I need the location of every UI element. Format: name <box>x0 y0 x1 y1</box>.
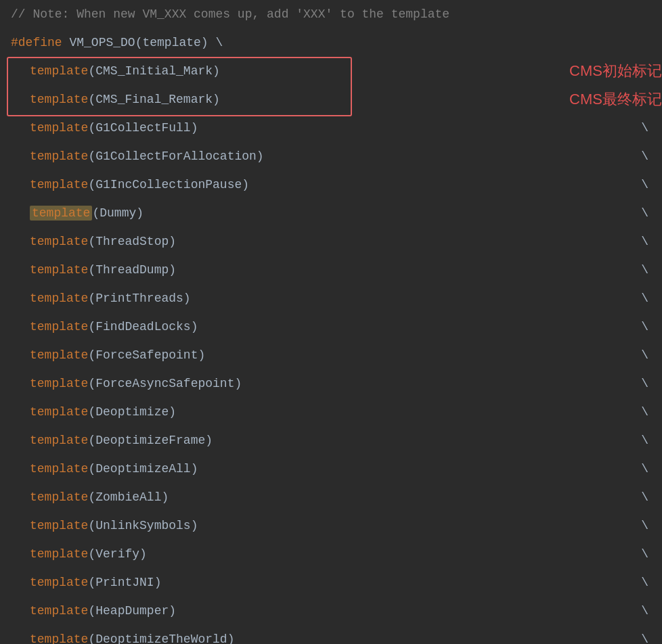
code-line-print-threads: template(PrintThreads) \ <box>0 284 662 313</box>
code-line-cms-final: template(CMS_Final_Remark) <box>0 85 662 114</box>
backslash-5: \ <box>641 178 648 191</box>
template-keyword-20: template <box>30 632 88 644</box>
template-arg-6: (ThreadStop) <box>88 235 176 248</box>
template-arg-11: (ForceAsyncSafepoint) <box>88 377 242 390</box>
code-line-deoptimize: template(Deoptimize) \ <box>0 398 662 426</box>
code-line-verify: template(Verify) \ <box>0 540 662 568</box>
backslash-15: \ <box>641 490 648 504</box>
template-keyword-14: template <box>30 462 88 476</box>
backslash-4: \ <box>641 150 648 163</box>
template-keyword-3: template <box>30 121 88 135</box>
template-arg-dummy: (Dummy) <box>92 206 144 220</box>
backslash-9: \ <box>641 320 648 334</box>
code-line-force-async-safepoint: template(ForceAsyncSafepoint) \ <box>0 369 662 398</box>
template-arg-16: (UnlinkSymbols) <box>88 519 198 532</box>
template-keyword-18: template <box>30 576 88 589</box>
code-line-thread-dump: template(ThreadDump) \ <box>0 256 662 284</box>
template-arg-4: (G1CollectForAllocation) <box>88 150 263 163</box>
backslash-17: \ <box>641 547 648 561</box>
code-line-dummy: template(Dummy) \ <box>0 199 662 227</box>
template-arg-9: (FindDeadLocks) <box>88 320 198 334</box>
template-keyword-dummy: template <box>30 206 92 221</box>
code-line-find-deadlocks: template(FindDeadLocks) \ <box>0 313 662 341</box>
annotation-cms-initial: CMS初始标记 <box>569 61 662 81</box>
template-keyword-13: template <box>30 434 88 447</box>
code-line-g1-collect-full: template(G1CollectFull) \ <box>0 114 662 142</box>
template-arg-2: (CMS_Final_Remark) <box>88 93 219 106</box>
code-line-g1-inc-collection: template(G1IncCollectionPause) \ <box>0 170 662 199</box>
template-keyword-15: template <box>30 490 88 504</box>
backslash-12: \ <box>641 405 648 419</box>
backslash-11: \ <box>641 377 648 390</box>
template-arg-12: (Deoptimize) <box>88 405 176 419</box>
code-line-g1-collect-allocation: template(G1CollectForAllocation) \ <box>0 142 662 170</box>
template-arg-20: (DeoptimizeTheWorld) <box>88 632 234 644</box>
template-keyword-16: template <box>30 519 88 532</box>
backslash-18: \ <box>641 576 648 589</box>
template-arg-1: (CMS_Initial_Mark) <box>88 64 219 78</box>
annotation-cms-final: CMS最终标记 <box>569 89 662 110</box>
backslash-19: \ <box>641 604 648 618</box>
template-arg-10: (ForceSafepoint) <box>88 348 205 362</box>
code-view: // Note: When new VM_XXX comes up, add '… <box>0 0 662 644</box>
template-keyword-4: template <box>30 150 88 163</box>
template-keyword-2: template <box>30 93 88 106</box>
template-keyword-7: template <box>30 263 88 277</box>
template-arg-18: (PrintJNI) <box>88 576 161 589</box>
template-keyword-17: template <box>30 547 88 561</box>
template-keyword-9: template <box>30 320 88 334</box>
template-keyword-10: template <box>30 348 88 362</box>
template-keyword-11: template <box>30 377 88 390</box>
template-keyword-1: template <box>30 64 88 78</box>
define-keyword: #define <box>11 36 62 49</box>
code-line-comment: // Note: When new VM_XXX comes up, add '… <box>0 0 662 28</box>
template-keyword-12: template <box>30 405 88 419</box>
comment-text: // Note: When new VM_XXX comes up, add '… <box>11 7 449 21</box>
code-line-deoptimize-all: template(DeoptimizeAll) \ <box>0 455 662 483</box>
template-keyword-8: template <box>30 292 88 305</box>
template-arg-8: (PrintThreads) <box>88 292 190 305</box>
template-arg-7: (ThreadDump) <box>88 263 176 277</box>
backslash-8: \ <box>641 292 648 305</box>
backslash-3: \ <box>641 121 648 135</box>
backslash-16: \ <box>641 519 648 532</box>
code-line-thread-stop: template(ThreadStop) \ <box>0 227 662 256</box>
template-keyword-19: template <box>30 604 88 618</box>
template-arg-15: (ZombieAll) <box>88 490 169 504</box>
backslash-20: \ <box>641 632 648 644</box>
code-line-print-jni: template(PrintJNI) \ <box>0 568 662 597</box>
backslash-6: \ <box>641 235 648 248</box>
define-name: VM_OPS_DO(template) \ <box>62 36 223 49</box>
code-line-zombie-all: template(ZombieAll) \ <box>0 483 662 511</box>
template-arg-5: (G1IncCollectionPause) <box>88 178 249 191</box>
backslash-7: \ <box>641 263 648 277</box>
code-line-heap-dumper: template(HeapDumper) \ <box>0 597 662 625</box>
template-arg-17: (Verify) <box>88 547 146 561</box>
template-arg-14: (DeoptimizeAll) <box>88 462 198 476</box>
template-keyword-5: template <box>30 178 88 191</box>
code-line-unlink-symbols: template(UnlinkSymbols) \ <box>0 511 662 540</box>
code-line-define: #define VM_OPS_DO(template) \ <box>0 28 662 57</box>
template-arg-13: (DeoptimizeFrame) <box>88 434 213 447</box>
code-line-deoptimize-frame: template(DeoptimizeFrame) \ <box>0 426 662 455</box>
backslash-14: \ <box>641 462 648 476</box>
template-keyword-6: template <box>30 235 88 248</box>
code-line-deoptimize-the-world: template(DeoptimizeTheWorld) \ <box>0 625 662 644</box>
backslash-dummy: \ <box>641 206 648 220</box>
backslash-13: \ <box>641 434 648 447</box>
code-line-force-safepoint: template(ForceSafepoint) \ <box>0 341 662 369</box>
code-line-cms-initial: template(CMS_Initial_Mark) <box>0 57 662 85</box>
template-arg-19: (HeapDumper) <box>88 604 176 618</box>
template-arg-3: (G1CollectFull) <box>88 121 198 135</box>
backslash-10: \ <box>641 348 648 362</box>
